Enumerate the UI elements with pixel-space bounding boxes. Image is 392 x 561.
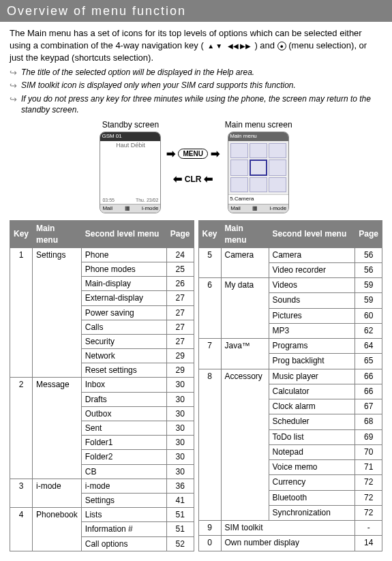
cell-second: Calls <box>81 320 166 334</box>
clr-button-label: CLR <box>185 174 202 185</box>
cell-second: External-display <box>81 291 166 305</box>
menu-button-label: MENU <box>178 149 207 160</box>
cell-second: Lists <box>81 508 166 522</box>
cell-page: 27 <box>166 320 194 334</box>
cell-page: 27 <box>166 291 194 305</box>
cell-page: 67 <box>355 399 382 414</box>
sk-imode: i-mode <box>270 205 286 213</box>
cell-page: - <box>355 520 382 535</box>
cell-second: Voice memo <box>269 460 355 475</box>
cell-page: 36 <box>166 479 194 493</box>
mainmenu-screen: Main menu 5.Camera Mail ▦ i-mode <box>228 132 289 213</box>
sk-mail: Mail <box>230 205 241 213</box>
cell-key: 4 <box>10 508 33 551</box>
cell-second: Camera <box>269 247 355 262</box>
mainmenu-caption: Main menu screen <box>225 119 292 130</box>
cell-page: 59 <box>355 293 382 308</box>
down-triangle-icon: ▼ <box>215 42 222 51</box>
cell-page: 68 <box>355 414 382 429</box>
cell-page: 65 <box>355 354 382 369</box>
cell-second: Folder2 <box>81 450 166 464</box>
cell-second: MP3 <box>269 323 355 338</box>
cell-page: 64 <box>355 339 382 354</box>
standby-status: GSM 01 <box>100 132 160 141</box>
cell-page: 30 <box>166 436 194 450</box>
mainmenu-grid <box>228 141 288 194</box>
cell-page: 29 <box>166 363 194 378</box>
cell-second: CB <box>81 464 166 479</box>
cell-page: 60 <box>355 308 382 323</box>
cell-page: 59 <box>355 278 382 293</box>
note-3-text: If you do not press any key for three mi… <box>21 93 382 115</box>
intro-text-2: ) and <box>254 40 277 50</box>
up-triangle-icon: ▲ <box>207 42 214 51</box>
cell-main: i-mode <box>33 479 82 507</box>
th-key: Key <box>198 221 221 247</box>
cell-page: 56 <box>355 247 382 262</box>
standby-softkeys: Mail ▦ i-mode <box>100 204 160 213</box>
cell-key: 8 <box>198 369 221 520</box>
cell-page: 66 <box>355 369 382 384</box>
th-page: Page <box>166 221 194 247</box>
cell-second: Pictures <box>269 308 355 323</box>
th-key: Key <box>10 221 33 247</box>
cell-main: My data <box>221 278 269 339</box>
cell-second: Music player <box>269 369 355 384</box>
cell-page: 41 <box>166 493 194 507</box>
cell-second: Prog backlight <box>269 354 355 369</box>
cell-main: Phonebook <box>33 508 82 551</box>
cell-second: Power saving <box>81 305 166 320</box>
cell-second: ToDo list <box>269 429 355 444</box>
cell-second: Programs <box>269 339 355 354</box>
cell-second: Main-display <box>81 277 166 291</box>
cell-page: 69 <box>355 429 382 444</box>
cell-page: 72 <box>355 475 382 490</box>
cell-key: 9 <box>198 520 221 535</box>
note-icon: ↪ <box>10 67 17 79</box>
note-1-text: The title of the selected option will be… <box>21 67 254 78</box>
cell-key: 6 <box>198 278 221 339</box>
arrow-right-icon: ➡ <box>211 147 220 162</box>
cell-second: Folder1 <box>81 436 166 450</box>
cell-main-span: SIM toolkit <box>221 520 355 535</box>
cell-main: Message <box>33 378 82 479</box>
note-3: ↪ If you do not press any key for three … <box>10 93 382 115</box>
cell-page: 52 <box>166 536 194 551</box>
note-icon: ↪ <box>10 80 17 92</box>
cell-page: 29 <box>166 349 194 363</box>
cell-key: 1 <box>10 247 33 378</box>
cell-second: i-mode <box>81 479 166 493</box>
mainmenu-selected: 5.Camera <box>228 194 288 204</box>
cell-page: 72 <box>355 505 382 520</box>
th-main: Main menu <box>221 221 269 247</box>
cell-second: Clock alarm <box>269 399 355 414</box>
cell-second: Notepad <box>269 444 355 459</box>
menu-tables: Key Main menu Second level menu Page 1Se… <box>10 220 382 551</box>
cell-page: 30 <box>166 450 194 464</box>
arrow-right-icon: ➡ <box>166 147 175 162</box>
menu-table-left: Key Main menu Second level menu Page 1Se… <box>10 220 194 551</box>
cell-page: 70 <box>355 444 382 459</box>
sk-center-icon: ▦ <box>252 205 258 213</box>
cell-page: 30 <box>166 464 194 479</box>
cell-main-span: Own number display <box>221 536 355 551</box>
cell-page: 25 <box>166 262 194 276</box>
standby-caption: Standby screen <box>102 119 159 130</box>
cell-second: Call options <box>81 536 166 551</box>
th-page: Page <box>355 221 382 247</box>
cell-second: Calculator <box>269 384 355 399</box>
cell-second: Inbox <box>81 378 166 392</box>
sk-imode: i-mode <box>142 205 158 213</box>
cell-key: 3 <box>10 479 33 507</box>
arrow-left-icon: ⬅ <box>173 172 182 187</box>
cell-second: Reset settings <box>81 363 166 378</box>
cell-second: Videos <box>269 278 355 293</box>
cell-second: Sounds <box>269 293 355 308</box>
sk-center-icon: ▦ <box>125 205 130 213</box>
intro-paragraph: The Main menu has a set of icons for its… <box>10 27 382 63</box>
screens-illustration: Standby screen GSM 01 Haut Débit 03:55 T… <box>10 119 382 213</box>
arrow-menu-row: ➡ MENU ➡ <box>166 147 219 162</box>
sk-mail: Mail <box>102 205 112 213</box>
cell-main: Camera <box>221 247 269 277</box>
cell-second: Drafts <box>81 392 166 406</box>
